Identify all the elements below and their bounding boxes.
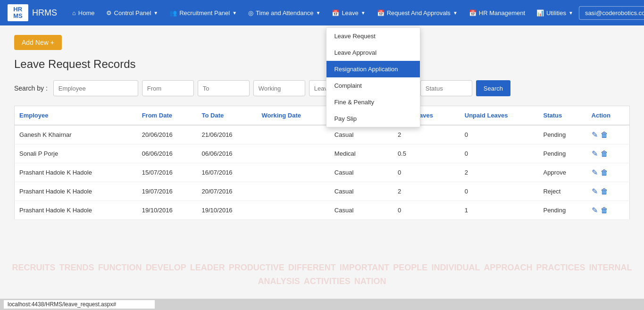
cell-unpaid-leaves: 1	[460, 201, 539, 220]
cell-status: Reject	[538, 182, 586, 201]
cell-paid-leaves: 0.5	[393, 144, 460, 163]
status-input[interactable]	[420, 80, 472, 96]
request-icon: 📅	[377, 9, 385, 17]
cell-unpaid-leaves: 0	[460, 144, 539, 163]
nav-item-hr-management[interactable]: 📅 HR Management	[463, 2, 531, 24]
cell-paid-leaves: 0	[393, 163, 460, 182]
cell-working-date	[257, 163, 329, 182]
table-row: Prashant Hadole K Hadole 19/10/2016 19/1…	[15, 201, 630, 220]
table-row: Ganesh K Khairnar 20/06/2016 21/06/2016 …	[15, 125, 630, 144]
cell-from-date: 15/07/2016	[137, 163, 197, 182]
add-new-button[interactable]: Add New +	[14, 35, 62, 50]
leave-dropdown: Leave Request Leave Approval Resignation…	[326, 27, 420, 127]
dropdown-item-leave-approval[interactable]: Leave Approval	[326, 44, 420, 61]
cell-action: ✎ 🗑	[587, 182, 630, 201]
delete-icon[interactable]: 🗑	[601, 150, 608, 158]
employee-search-input[interactable]	[53, 80, 138, 96]
nav-link-request-approvals[interactable]: 📅 Request And Approvals ▼	[371, 2, 463, 24]
delete-icon[interactable]: 🗑	[601, 168, 608, 177]
edit-icon[interactable]: ✎	[592, 168, 598, 177]
cell-working-date	[257, 125, 329, 144]
to-date-input[interactable]	[198, 80, 250, 96]
page-title: Leave Request Records	[14, 58, 630, 71]
delete-icon[interactable]: 🗑	[601, 206, 608, 215]
from-date-input[interactable]	[142, 80, 194, 96]
nav-item-utilities[interactable]: 📊 Utilities ▼	[531, 2, 579, 24]
edit-icon[interactable]: ✎	[592, 149, 598, 158]
nav-link-control-panel[interactable]: ⚙ Control Panel ▼	[100, 2, 164, 24]
dropdown-item-complaint[interactable]: Complaint	[326, 77, 420, 94]
cell-working-date	[257, 201, 329, 220]
dropdown-item-resignation[interactable]: Resignation Application	[326, 61, 420, 77]
cell-employee: Prashant Hadole K Hadole	[15, 201, 137, 220]
logo-box: HRMS	[8, 4, 28, 21]
search-button[interactable]: Search	[476, 80, 510, 96]
time-icon: ◎	[248, 9, 253, 17]
nav-item-leave[interactable]: 📅 Leave ▼ Leave Request Leave Approval R…	[326, 2, 371, 24]
nav-link-recruitment[interactable]: 👥 Recruitment Panel ▼	[164, 2, 243, 24]
app-name: HRMS	[32, 8, 57, 18]
cell-employee: Prashant Hadole K Hadole	[15, 182, 137, 201]
dropdown-item-leave-request[interactable]: Leave Request	[326, 28, 420, 44]
table-row: Prashant Hadole K Hadole 19/07/2016 20/0…	[15, 182, 630, 201]
caret-icon: ▼	[361, 10, 366, 16]
delete-icon[interactable]: 🗑	[601, 131, 608, 139]
user-menu-button[interactable]: sasi@coderobotics.com ▼	[579, 6, 644, 20]
logo-text: HRMS	[13, 6, 23, 20]
nav-link-leave[interactable]: 📅 Leave ▼	[326, 2, 371, 24]
edit-icon[interactable]: ✎	[592, 206, 598, 215]
cell-working-date	[257, 144, 329, 163]
caret-icon: ▼	[453, 10, 458, 16]
caret-icon: ▼	[232, 10, 237, 16]
col-status: Status	[538, 106, 586, 126]
nav-link-home[interactable]: ⌂ Home	[67, 2, 100, 24]
cell-action: ✎ 🗑	[587, 125, 630, 144]
cell-status: Pending	[538, 201, 586, 220]
cell-leave-type: Casual	[330, 201, 393, 220]
home-icon: ⌂	[72, 9, 76, 17]
table-row: Prashant Hadole K Hadole 15/07/2016 16/0…	[15, 163, 630, 182]
nav-item-control-panel[interactable]: ⚙ Control Panel ▼	[100, 2, 164, 24]
nav-link-hr-management[interactable]: 📅 HR Management	[463, 2, 531, 24]
cell-employee: Prashant Hadole K Hadole	[15, 163, 137, 182]
nav-link-time-attendance[interactable]: ◎ Time and Attendance ▼	[243, 2, 326, 24]
search-bar: Search by : Search	[14, 80, 630, 96]
edit-icon[interactable]: ✎	[592, 187, 598, 196]
dropdown-item-pay-slip[interactable]: Pay Slip	[326, 110, 420, 127]
cell-paid-leaves: 0	[393, 201, 460, 220]
utilities-icon: 📊	[536, 9, 544, 17]
cell-unpaid-leaves: 0	[460, 182, 539, 201]
cell-leave-type: Casual	[330, 182, 393, 201]
nav-item-time-attendance[interactable]: ◎ Time and Attendance ▼	[243, 2, 326, 24]
nav-item-home[interactable]: ⌂ Home	[67, 2, 100, 24]
col-action: Action	[587, 106, 630, 126]
nav-item-recruitment[interactable]: 👥 Recruitment Panel ▼	[164, 2, 243, 24]
edit-icon[interactable]: ✎	[592, 130, 598, 139]
table-header: Employee From Date To Date Working Date …	[15, 106, 630, 126]
working-date-input[interactable]	[253, 80, 305, 96]
cell-from-date: 19/07/2016	[137, 182, 197, 201]
hr-icon: 📅	[469, 9, 477, 17]
dropdown-item-fine-penalty[interactable]: Fine & Penalty	[326, 94, 420, 110]
nav-item-request-approvals[interactable]: 📅 Request And Approvals ▼	[371, 2, 463, 24]
search-label: Search by :	[14, 84, 48, 92]
table-row: Sonali P Porje 06/06/2016 06/06/2016 Med…	[15, 144, 630, 163]
col-working-date: Working Date	[257, 106, 329, 126]
col-employee: Employee	[15, 106, 137, 126]
cell-to-date: 16/07/2016	[197, 163, 257, 182]
cell-action: ✎ 🗑	[587, 201, 630, 220]
calendar-icon: 📅	[332, 9, 339, 17]
nav-link-utilities[interactable]: 📊 Utilities ▼	[531, 2, 579, 24]
nav-items: ⌂ Home ⚙ Control Panel ▼ 👥 Recruitment P…	[67, 2, 579, 24]
cell-status: Approve	[538, 163, 586, 182]
gear-icon: ⚙	[106, 9, 112, 17]
caret-icon: ▼	[569, 10, 573, 16]
recruitment-icon: 👥	[169, 9, 177, 17]
cell-leave-type: Medical	[330, 144, 393, 163]
cell-to-date: 06/06/2016	[197, 144, 257, 163]
cell-unpaid-leaves: 2	[460, 163, 539, 182]
main-content: Add New + Leave Request Records Search b…	[0, 25, 644, 229]
cell-action: ✎ 🗑	[587, 163, 630, 182]
delete-icon[interactable]: 🗑	[601, 187, 608, 196]
col-from-date: From Date	[137, 106, 197, 126]
